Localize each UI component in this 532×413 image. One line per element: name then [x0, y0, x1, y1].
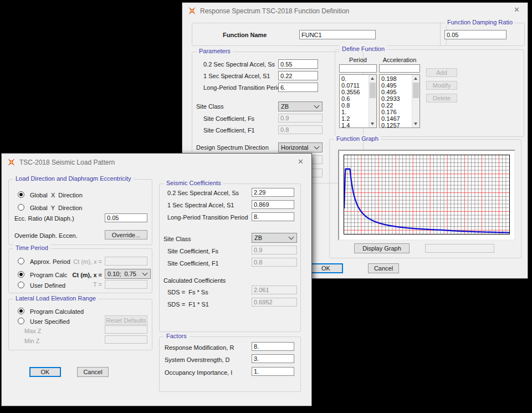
list-item[interactable]: 0.8 — [340, 102, 369, 109]
ss-label: 0.2 Sec Spectral Accel, Ss — [167, 190, 239, 196]
ss-input[interactable] — [252, 188, 294, 197]
sds-f1-s1-input — [252, 298, 297, 307]
list-item[interactable]: 0.1467 — [380, 115, 412, 122]
global-x-label: Global X Direction — [30, 192, 83, 198]
modify-button: Modify — [426, 81, 457, 90]
sds-fs-ss-input — [252, 285, 297, 294]
damping-ratio-input[interactable] — [444, 30, 507, 39]
list-item[interactable]: 1.2 — [340, 115, 369, 122]
response-modification-input[interactable] — [252, 342, 294, 351]
period-header: Period — [339, 57, 377, 63]
cancel-button[interactable]: Cancel — [368, 263, 399, 273]
scrollbar-thumb[interactable] — [413, 83, 419, 98]
global-y-radio[interactable] — [18, 204, 24, 211]
damping-ratio-group: Function Damping Ratio — [440, 23, 525, 46]
scrollbar-thumb[interactable] — [370, 83, 376, 98]
occupancy-importance-input[interactable] — [252, 367, 294, 376]
user-defined-radio[interactable] — [18, 282, 24, 288]
site-class-select[interactable]: ZB — [252, 233, 297, 243]
function-name-group: Function Name — [192, 23, 447, 46]
ecc-ratio-label: Ecc. Ratio (All Diaph.) — [14, 215, 74, 222]
spectrum-direction-label: Design Spectrum Direction — [196, 144, 269, 151]
elevation-range-group: Lateral Load Elevation Range Program Cal… — [8, 299, 152, 350]
list-item[interactable]: 0.495 — [380, 89, 412, 95]
graph-readout-box — [425, 244, 494, 253]
override-button[interactable]: Override... — [105, 230, 147, 239]
transition-period-label: Long-Period Transition Period — [203, 84, 284, 91]
display-graph-button[interactable]: Display Graph — [354, 243, 410, 253]
list-item[interactable]: 0.6 — [340, 95, 369, 102]
site-coeff-fs-input — [252, 246, 297, 254]
min-z-label: Min Z — [24, 338, 40, 344]
list-item[interactable]: 0.176 — [380, 109, 412, 115]
approx-ct-input — [105, 257, 147, 266]
response-modification-label: Response Modification, R — [165, 344, 234, 351]
chevron-down-icon — [314, 103, 320, 109]
acceleration-listbox[interactable]: 0.1980.4950.4950.29330.220.1760.14670.12… — [379, 74, 420, 128]
s1-input[interactable] — [278, 71, 318, 80]
period-edit[interactable] — [339, 64, 377, 73]
chevron-down-icon — [314, 144, 320, 150]
close-icon[interactable]: ✕ — [514, 6, 520, 14]
system-overstrength-input[interactable] — [252, 354, 294, 363]
list-item[interactable]: 0.495 — [380, 82, 412, 89]
global-x-radio[interactable] — [18, 191, 24, 198]
approx-period-radio[interactable] — [18, 258, 24, 264]
min-z-input — [105, 335, 147, 344]
program-ct-select[interactable]: 0.10; 0.75 — [105, 269, 151, 279]
list-item[interactable]: 0.22 — [380, 102, 412, 109]
program-calculated-radio[interactable] — [18, 308, 24, 314]
list-item[interactable]: 1.4 — [340, 122, 369, 128]
load-direction-label: Load Direction and Diaphragm Eccentricit… — [13, 175, 134, 182]
transition-period-input[interactable] — [252, 212, 294, 221]
user-specified-radio[interactable] — [18, 318, 24, 324]
program-calc-radio[interactable] — [18, 271, 24, 278]
ss-label: 0.2 Sec Spectral Accel, Ss — [203, 61, 275, 68]
s1-label: 1 Sec Spectral Accel, S1 — [167, 202, 234, 208]
transition-period-input[interactable] — [278, 83, 318, 92]
period-listbox[interactable]: 0.0.07110.35560.60.81.1.21.4 — [339, 74, 377, 128]
scroll-down-icon[interactable] — [369, 120, 376, 128]
user-t-label: T = — [58, 281, 102, 288]
site-coeff-fs-input — [278, 114, 323, 123]
site-class-select[interactable]: ZB — [278, 101, 323, 111]
s1-input[interactable] — [252, 200, 294, 209]
acceleration-edit[interactable] — [379, 64, 420, 73]
site-coeff-f1-input — [252, 258, 297, 267]
scroll-up-icon[interactable] — [412, 75, 420, 82]
list-item[interactable]: 0.2933 — [380, 95, 412, 102]
spectrum-direction-select[interactable]: Horizontal — [278, 142, 323, 152]
scrollbar[interactable] — [369, 75, 376, 128]
list-item[interactable]: 0.1257 — [380, 122, 412, 128]
front-titlebar: TSC-2018 Seismic Load Pattern ✕ — [2, 154, 311, 170]
list-item[interactable]: 0.0711 — [340, 82, 369, 89]
ss-input[interactable] — [278, 59, 318, 69]
parameters-label: Parameters — [197, 48, 233, 54]
approx-ct-label: Ct (m), x = — [58, 258, 102, 265]
function-graph-group: Function Graph Display Graph — [329, 139, 521, 258]
function-name-input[interactable] — [299, 30, 376, 39]
ok-button[interactable]: OK — [29, 367, 61, 377]
chevron-down-icon — [142, 271, 148, 276]
app-logo-icon — [7, 158, 16, 166]
graph-panel — [338, 150, 515, 241]
program-calculated-label: Program Calculated — [30, 308, 84, 315]
max-z-label: Max Z — [24, 328, 42, 334]
factors-label: Factors — [164, 333, 189, 339]
system-overstrength-label: System Overstrength, D — [165, 356, 229, 363]
function-graph-label: Function Graph — [334, 135, 381, 142]
scroll-down-icon[interactable] — [412, 120, 420, 128]
cancel-button[interactable]: Cancel — [77, 367, 109, 377]
scroll-up-icon[interactable] — [369, 75, 376, 82]
site-coeff-fs-label: Site Coefficient, Fs — [167, 248, 218, 254]
list-item[interactable]: 0. — [340, 75, 369, 82]
reset-defaults-button: Reset Defaults — [105, 315, 147, 325]
list-item[interactable]: 0.198 — [380, 75, 412, 82]
ecc-ratio-input[interactable] — [105, 213, 147, 222]
list-item[interactable]: 1. — [340, 109, 369, 115]
site-coeff-f1-input — [278, 125, 323, 134]
ok-button[interactable]: OK — [309, 263, 343, 273]
close-icon[interactable]: ✕ — [298, 158, 304, 166]
list-item[interactable]: 0.3556 — [340, 89, 369, 95]
scrollbar[interactable] — [412, 75, 420, 128]
